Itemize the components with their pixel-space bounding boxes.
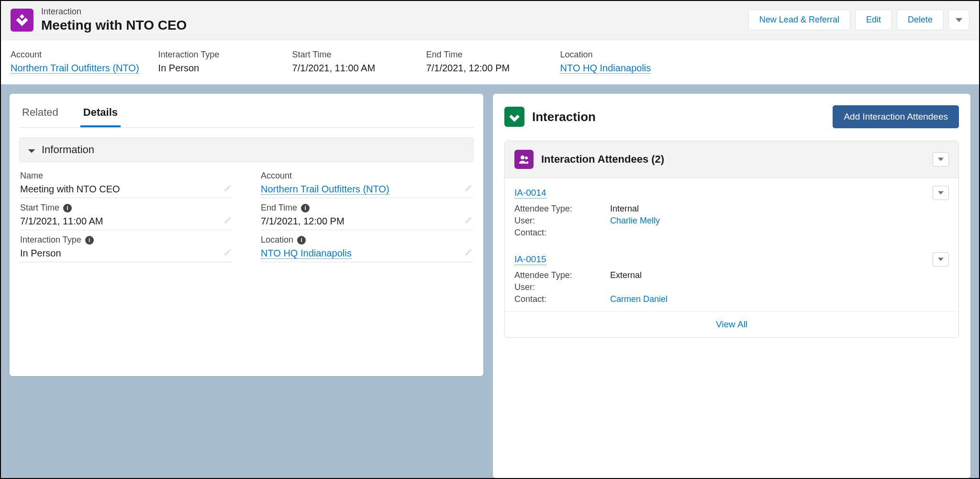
field-end-value: 7/1/2021, 12:00 PM [261, 216, 345, 227]
content-area: Related Details Information Name Meeting… [1, 85, 979, 478]
hl-account: Account Northern Trail Outfitters (NTO) [11, 50, 139, 74]
attendee-item: IA-0015 Attendee Type: External User: [505, 245, 958, 311]
add-interaction-attendees-button[interactable]: Add Interaction Attendees [833, 105, 959, 128]
highlights-panel: Account Northern Trail Outfitters (NTO) … [1, 40, 979, 85]
edit-start-pencil-icon[interactable] [223, 216, 232, 227]
hl-end-label: End Time [426, 50, 541, 60]
edit-name-pencil-icon[interactable] [223, 184, 232, 195]
attendee-contact-label: Contact: [514, 228, 610, 238]
field-end-time: End Time i 7/1/2021, 12:00 PM [261, 203, 473, 230]
svg-point-1 [525, 156, 528, 159]
field-start-value: 7/1/2021, 11:00 AM [20, 216, 103, 227]
attendee-user-label: User: [514, 282, 610, 292]
field-name-value: Meeting with NTO CEO [20, 184, 120, 195]
field-location-label: Location [261, 235, 293, 245]
view-all-link[interactable]: View All [716, 319, 747, 329]
details-panel: Related Details Information Name Meeting… [10, 94, 483, 376]
hl-account-link[interactable]: Northern Trail Outfitters (NTO) [11, 63, 139, 74]
edit-account-pencil-icon[interactable] [464, 184, 473, 195]
field-account: Account Northern Trail Outfitters (NTO) [261, 171, 473, 198]
info-icon[interactable]: i [301, 204, 310, 212]
tab-details[interactable]: Details [80, 101, 121, 127]
info-icon[interactable]: i [85, 236, 94, 245]
info-icon[interactable]: i [63, 204, 72, 212]
attendee-id-link[interactable]: IA-0014 [514, 188, 546, 199]
hl-type-label: Interaction Type [158, 50, 273, 60]
interaction-sidebar: Interaction Add Interaction Attendees In… [493, 94, 970, 478]
hl-type: Interaction Type In Person [158, 50, 273, 74]
attendee-type-value: Internal [610, 204, 639, 214]
interaction-sidebar-title: Interaction [532, 110, 825, 124]
field-location: Location i NTO HQ Indianapolis [261, 235, 473, 262]
attendees-card-header: Interaction Attendees (2) [505, 141, 958, 178]
edit-type-pencil-icon[interactable] [223, 248, 232, 259]
edit-end-pencil-icon[interactable] [464, 216, 473, 227]
attendee-type-label: Attendee Type: [514, 204, 610, 214]
hl-end-value: 7/1/2021, 12:00 PM [426, 63, 541, 74]
section-information-title: Information [42, 144, 94, 156]
hl-account-label: Account [11, 50, 139, 60]
header-actions: New Lead & Referral Edit Delete [748, 10, 969, 30]
object-type-label: Interaction [41, 7, 187, 17]
page-title: Meeting with NTO CEO [41, 18, 187, 33]
handshake-icon [504, 107, 524, 127]
header-titles: Interaction Meeting with NTO CEO [41, 7, 187, 33]
field-name-label: Name [20, 171, 232, 181]
field-type-value: In Person [20, 248, 61, 259]
attendee-contact-link[interactable]: Carmen Daniel [610, 294, 668, 304]
field-start-label: Start Time [20, 203, 59, 213]
field-name: Name Meeting with NTO CEO [20, 171, 232, 198]
attendee-type-value: External [610, 270, 642, 280]
hl-type-value: In Person [158, 63, 273, 74]
field-location-link[interactable]: NTO HQ Indianapolis [261, 248, 352, 259]
hl-start-label: Start Time [292, 50, 407, 60]
tab-related[interactable]: Related [19, 101, 61, 127]
attendee-id-link[interactable]: IA-0015 [514, 254, 546, 265]
field-start-time: Start Time i 7/1/2021, 11:00 AM [20, 203, 232, 230]
delete-button[interactable]: Delete [897, 10, 944, 30]
attendee-row-menu[interactable] [933, 186, 949, 200]
info-icon[interactable]: i [297, 236, 306, 245]
people-icon [514, 150, 534, 169]
caret-down-icon [956, 17, 962, 23]
edit-button[interactable]: Edit [855, 10, 892, 30]
svg-point-0 [521, 156, 524, 159]
interaction-icon [11, 9, 33, 32]
interaction-attendees-card: Interaction Attendees (2) IA-0014 Atten [504, 141, 959, 338]
attendee-row-menu[interactable] [933, 252, 949, 267]
hl-location-link[interactable]: NTO HQ Indianapolis [560, 63, 651, 74]
chevron-down-icon [27, 145, 36, 154]
attendee-item: IA-0014 Attendee Type: Internal User: Ch… [505, 178, 958, 245]
attendees-card-title: Interaction Attendees (2) [541, 153, 925, 166]
field-type-label: Interaction Type [20, 235, 81, 245]
attendee-type-label: Attendee Type: [514, 270, 610, 280]
interaction-sidebar-header: Interaction Add Interaction Attendees [504, 105, 959, 128]
hl-location: Location NTO HQ Indianapolis [560, 50, 675, 74]
record-header: Interaction Meeting with NTO CEO New Lea… [1, 1, 979, 40]
field-account-label: Account [261, 171, 473, 181]
attendee-user-link[interactable]: Charlie Melly [610, 216, 660, 225]
attendees-card-menu[interactable] [933, 152, 949, 167]
page-root: Interaction Meeting with NTO CEO New Lea… [0, 0, 980, 479]
header-left: Interaction Meeting with NTO CEO [11, 7, 187, 33]
hl-location-label: Location [560, 50, 675, 60]
attendee-user-label: User: [514, 216, 610, 226]
edit-location-pencil-icon[interactable] [464, 248, 473, 259]
more-actions-dropdown[interactable] [948, 10, 969, 30]
detail-grid: Name Meeting with NTO CEO Account Northe… [19, 171, 474, 267]
new-lead-referral-button[interactable]: New Lead & Referral [748, 10, 850, 30]
view-all-footer: View All [505, 311, 958, 337]
attendee-contact-label: Contact: [514, 294, 610, 304]
hl-end: End Time 7/1/2021, 12:00 PM [426, 50, 541, 74]
hl-start-value: 7/1/2021, 11:00 AM [292, 63, 407, 74]
section-information-header[interactable]: Information [19, 137, 474, 162]
hl-start: Start Time 7/1/2021, 11:00 AM [292, 50, 407, 74]
field-account-link[interactable]: Northern Trail Outfitters (NTO) [261, 184, 390, 195]
tab-bar: Related Details [19, 101, 474, 128]
field-end-label: End Time [261, 203, 297, 213]
field-interaction-type: Interaction Type i In Person [20, 235, 232, 262]
